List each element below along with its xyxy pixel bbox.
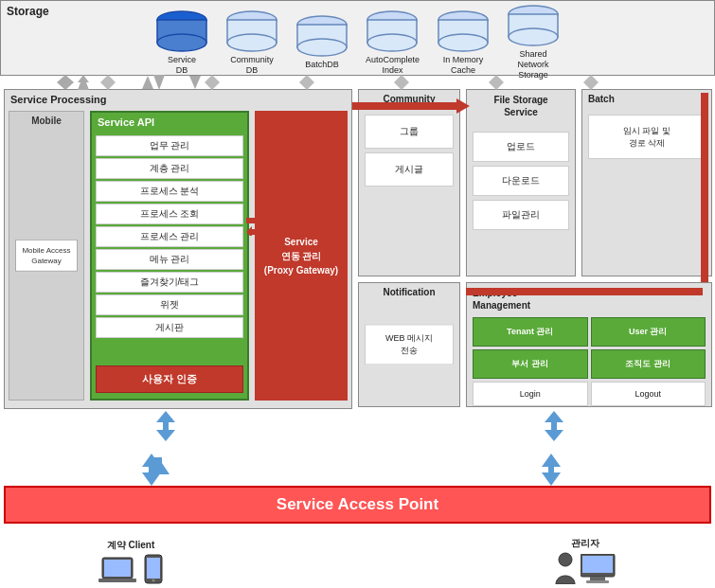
api-item-3: 프로세스 분석 — [96, 181, 243, 202]
api-item-6: 메뉴 관리 — [96, 249, 243, 270]
svg-marker-52 — [489, 75, 504, 82]
db-item-memory-cache: In MemoryCache — [437, 10, 490, 76]
svg-point-14 — [438, 34, 488, 51]
community-items: 그룹 게시글 — [365, 115, 454, 190]
employee-item-org: 조직도 관리 — [591, 349, 706, 379]
svg-rect-30 — [466, 288, 703, 295]
svg-rect-28 — [701, 93, 708, 282]
service-proxy-section: Service연동 관리(Proxy Gateway) — [255, 111, 348, 401]
phone-icon — [144, 554, 163, 584]
svg-marker-45 — [100, 82, 116, 90]
db-item-network-storage: SharedNetworkStorage — [507, 5, 560, 80]
service-api-items: 업무 관리 계층 관리 프로세스 분석 프로세스 조회 프로세스 관리 메뉴 관… — [96, 135, 243, 340]
community-item-1: 그룹 — [365, 115, 454, 149]
svg-marker-51 — [394, 82, 409, 90]
svg-marker-73 — [542, 454, 561, 467]
service-db-icon — [155, 10, 208, 52]
svg-rect-37 — [551, 422, 557, 430]
employee-item-user: User 관리 — [591, 317, 706, 347]
mobile-label: Mobile — [31, 116, 62, 126]
notification-section: Notification WEB 메시지전송 — [358, 282, 460, 407]
service-proxy-label: Service연동 관리(Proxy Gateway) — [260, 231, 342, 281]
file-storage-section: File StorageService 업로드 다운로드 파일관리 — [466, 89, 576, 276]
svg-marker-44 — [100, 75, 116, 82]
db-item-community-db: CommunityDB — [225, 10, 278, 76]
db-label-community-db: CommunityDB — [230, 55, 274, 76]
storage-label: Storage — [7, 5, 49, 18]
employee-item-dept: 부서 관리 — [473, 349, 588, 379]
api-item-1: 업무 관리 — [96, 135, 243, 156]
svg-point-62 — [559, 553, 572, 566]
svg-marker-53 — [489, 82, 504, 90]
memory-cache-icon — [437, 10, 490, 52]
svg-point-61 — [152, 579, 155, 582]
service-api-label: Service API — [98, 116, 154, 128]
svg-rect-60 — [147, 558, 160, 579]
svg-point-17 — [509, 28, 558, 45]
admin-blue-arrows — [540, 454, 563, 486]
svg-marker-49 — [299, 82, 314, 90]
svg-marker-71 — [142, 472, 161, 486]
batch-label: Batch — [588, 94, 615, 104]
db-label-autocomplete: AutoCompleteIndex — [366, 55, 420, 76]
employee-grid: Tenant 관리 User 관리 부서 관리 조직도 관리 Login Log… — [473, 317, 706, 406]
svg-marker-69 — [142, 454, 161, 467]
employee-item-login: Login — [473, 382, 588, 406]
service-processing-section: Service Processing Mobile Mobile AccessG… — [4, 89, 352, 409]
svg-marker-25 — [246, 226, 263, 236]
network-storage-icon — [507, 5, 560, 46]
file-storage-items: 업로드 다운로드 파일관리 — [473, 132, 569, 234]
svg-rect-66 — [586, 580, 609, 583]
svg-marker-50 — [394, 75, 409, 82]
db-label-batch-db: BatchDB — [305, 60, 339, 70]
db-label-memory-cache: In MemoryCache — [443, 55, 484, 76]
svg-rect-58 — [98, 579, 136, 582]
right-red-arrow-down — [697, 93, 712, 282]
svg-marker-48 — [299, 75, 314, 82]
api-item-5: 프로세스 관리 — [96, 226, 243, 247]
service-api-section: Service API 업무 관리 계층 관리 프로세스 분석 프로세스 조회 … — [90, 111, 249, 401]
community-section: Community 그룹 게시글 — [358, 89, 460, 276]
mobile-gateway-label: Mobile AccessGateway — [22, 246, 70, 265]
employee-item-tenant: Tenant 관리 — [473, 317, 588, 347]
batch-db-icon — [295, 15, 349, 57]
svg-point-11 — [367, 34, 417, 51]
community-item-2: 게시글 — [365, 152, 454, 187]
bottom-section: 계약 Client 관리자 — [4, 527, 711, 584]
admin-person-icon — [554, 552, 577, 584]
laptop-icon — [98, 556, 136, 584]
svg-rect-76 — [548, 467, 554, 472]
client-group: 계약 Client — [98, 539, 163, 584]
notification-item: WEB 메시지전송 — [365, 324, 454, 365]
service-processing-label: Service Processing — [10, 94, 107, 105]
admin-group: 관리자 — [554, 537, 617, 584]
svg-rect-64 — [582, 556, 613, 573]
batch-item-1: 임시 파일 및경로 삭제 — [588, 115, 706, 159]
svg-rect-57 — [104, 560, 131, 577]
svg-marker-46 — [205, 75, 220, 82]
service-access-point: Service Access Point — [4, 486, 711, 524]
blue-arrow-right — [545, 411, 563, 441]
svg-point-8 — [297, 39, 347, 56]
svg-rect-65 — [590, 577, 605, 580]
api-proxy-arrows — [246, 213, 263, 236]
blue-arrow-left — [156, 411, 175, 441]
right-to-employee-arrow — [466, 284, 710, 299]
svg-marker-36 — [545, 411, 563, 422]
file-storage-item-3: 파일관리 — [473, 200, 569, 230]
service-access-label: Service Access Point — [277, 495, 438, 514]
file-storage-item-2: 다운로드 — [473, 166, 569, 196]
main-area: Service Processing Mobile Mobile AccessG… — [4, 89, 712, 411]
api-item-4: 프로세스 조회 — [96, 204, 243, 224]
mobile-section: Mobile Mobile AccessGateway — [9, 111, 84, 401]
api-item-9: 게시판 — [96, 317, 243, 338]
proxy-to-employee-arrow — [352, 98, 470, 114]
api-item-2: 계층 관리 — [96, 158, 243, 179]
db-item-autocomplete: AutoCompleteIndex — [366, 10, 420, 76]
architecture-diagram: Storage ServiceDB CommunityDB — [0, 0, 715, 588]
client-blue-arrows — [140, 454, 163, 486]
admin-label: 관리자 — [571, 537, 599, 550]
svg-rect-72 — [149, 467, 154, 472]
employee-item-logout: Logout — [591, 382, 706, 406]
svg-marker-47 — [205, 82, 220, 90]
